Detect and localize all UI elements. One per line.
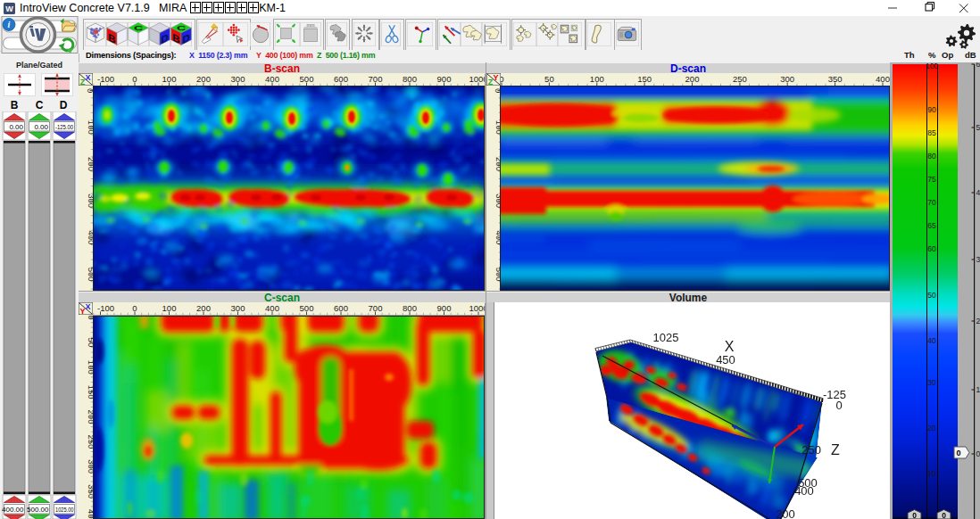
svg-text:90: 90 (927, 105, 936, 114)
svg-text:1025.00: 1025.00 (55, 506, 74, 514)
svg-text:-100: -100 (97, 303, 114, 313)
svg-text:1000: 1000 (469, 74, 485, 84)
svg-text:400: 400 (265, 303, 279, 313)
svg-text:250: 250 (733, 74, 747, 84)
svg-text:20: 20 (976, 317, 980, 325)
svg-text:600: 600 (334, 303, 348, 313)
svg-text:400: 400 (794, 484, 814, 498)
svg-text:500: 500 (300, 303, 314, 313)
svg-text:X: X (85, 73, 90, 82)
svg-text:W: W (5, 4, 13, 13)
svg-text:700: 700 (369, 74, 383, 84)
svg-text:50: 50 (976, 123, 980, 132)
svg-text:400: 400 (876, 74, 890, 84)
svg-text:250: 250 (801, 443, 821, 457)
svg-text:X: X (725, 339, 735, 354)
svg-text:50: 50 (927, 291, 936, 300)
svg-text:40: 40 (976, 188, 980, 197)
svg-text:C: C (177, 25, 186, 32)
svg-text:100: 100 (590, 74, 604, 84)
svg-text:i: i (8, 20, 11, 29)
svg-text:30: 30 (976, 255, 980, 264)
svg-text:30: 30 (927, 378, 936, 387)
svg-text:0: 0 (835, 399, 842, 412)
svg-text:10: 10 (927, 469, 936, 478)
svg-text:450: 450 (716, 353, 735, 367)
svg-text:-125.00: -125.00 (55, 123, 73, 131)
svg-text:400: 400 (87, 509, 94, 519)
svg-text:1000: 1000 (469, 303, 485, 313)
svg-text:300: 300 (87, 194, 94, 208)
svg-text:X: X (85, 302, 90, 311)
svg-text:1025: 1025 (653, 331, 679, 344)
svg-text:100: 100 (162, 303, 177, 313)
svg-text:400.00: 400.00 (2, 506, 24, 514)
svg-text:200: 200 (685, 74, 700, 84)
svg-text:900: 900 (437, 74, 452, 84)
svg-text:50: 50 (544, 74, 554, 84)
svg-text:200: 200 (196, 303, 211, 313)
svg-text:0: 0 (87, 88, 94, 93)
svg-text:100: 100 (926, 62, 938, 70)
svg-text:0: 0 (942, 511, 946, 519)
svg-text:200: 200 (776, 507, 795, 519)
svg-text:60: 60 (976, 62, 980, 69)
svg-text:60: 60 (927, 244, 936, 253)
svg-text:0: 0 (132, 74, 137, 84)
svg-text:0: 0 (912, 511, 917, 519)
svg-text:C: C (134, 25, 143, 32)
svg-text:200: 200 (87, 157, 94, 171)
svg-text:700: 700 (369, 303, 383, 313)
svg-text:Z: Z (80, 78, 86, 86)
svg-text:350: 350 (828, 74, 843, 84)
svg-text:-125: -125 (823, 388, 846, 401)
svg-text:300: 300 (231, 303, 245, 313)
svg-text:0.00: 0.00 (9, 123, 23, 131)
svg-text:75: 75 (927, 175, 936, 184)
svg-text:400: 400 (265, 74, 279, 84)
svg-text:85: 85 (927, 128, 936, 137)
svg-text:0: 0 (976, 449, 980, 458)
svg-text:900: 900 (437, 303, 452, 313)
svg-text:300: 300 (231, 74, 245, 84)
svg-text:100: 100 (162, 74, 177, 84)
svg-text:150: 150 (637, 74, 652, 84)
svg-text:300: 300 (780, 74, 794, 84)
svg-text:10: 10 (976, 385, 980, 394)
svg-text:500: 500 (87, 268, 94, 282)
svg-text:50: 50 (87, 338, 94, 348)
svg-text:600: 600 (334, 74, 348, 84)
svg-text:0: 0 (956, 449, 960, 457)
svg-text:0.00: 0.00 (34, 123, 48, 131)
svg-text:-100: -100 (97, 74, 114, 84)
svg-text:500.00: 500.00 (27, 506, 49, 514)
svg-text:800: 800 (403, 303, 417, 313)
svg-text:20: 20 (927, 424, 936, 432)
svg-text:70: 70 (927, 198, 936, 207)
svg-text:0: 0 (87, 315, 94, 319)
svg-text:80: 80 (927, 152, 936, 161)
svg-text:200: 200 (196, 74, 211, 84)
svg-text:800: 800 (403, 74, 417, 84)
svg-text:Y: Y (493, 73, 498, 82)
svg-text:Z: Z (831, 442, 840, 457)
svg-text:mm: mm (307, 22, 315, 28)
svg-text:Y: Y (79, 307, 85, 315)
svg-text:0: 0 (132, 303, 137, 313)
svg-text:40: 40 (927, 336, 936, 345)
svg-text:Z: Z (488, 78, 494, 86)
svg-text:65: 65 (927, 221, 936, 230)
svg-text:400: 400 (87, 230, 94, 244)
svg-text:500: 500 (300, 74, 314, 84)
svg-text:100: 100 (87, 120, 94, 135)
